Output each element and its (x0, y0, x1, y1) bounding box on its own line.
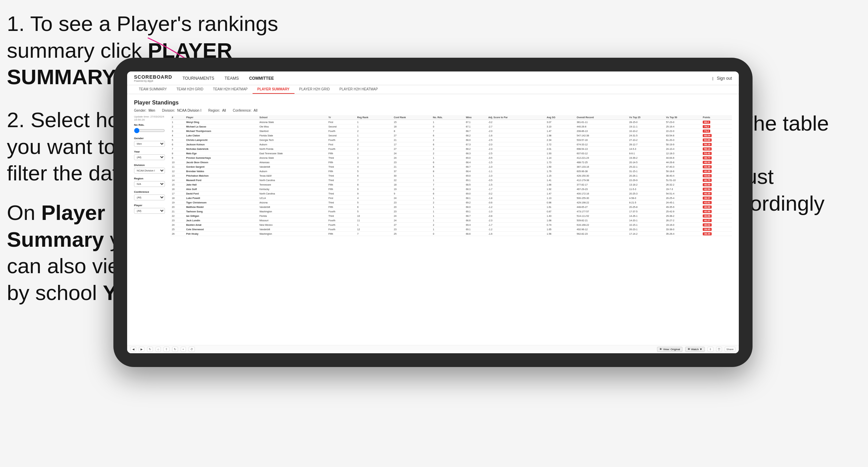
points-cell: 40.36 (701, 169, 732, 174)
table-row: 15Jake HallTennesseeFifth818768.5-1.51.6… (170, 182, 732, 187)
filter-region: Region: All (208, 109, 226, 112)
table-row: 23Jack LundinMissouriFourth1124168.6-2.3… (170, 218, 732, 223)
table-row: 17David FordNorth CarolinaThird99669.0-0… (170, 191, 732, 196)
table-row: 9Preston SummerhaysArizona StateThird324… (170, 156, 732, 160)
sidebar-gender-label: Gender (134, 137, 165, 140)
sidebar-region-label: Region (134, 177, 165, 180)
toolbar-forward[interactable]: ▶ (139, 347, 144, 352)
nav-committee[interactable]: COMMITTEE (249, 75, 274, 82)
col-avg-sg: Avg SG (545, 115, 575, 120)
col-rank: # (170, 115, 185, 120)
sub-nav-player-h2h-heatmap[interactable]: PLAYER H2H HEATMAP (335, 85, 383, 94)
no-rds-slider[interactable] (134, 128, 165, 133)
table-area: # Player School Yr Reg Rank Conf Rank No… (170, 115, 732, 340)
toolbar-share-small[interactable]: ⇧ (164, 347, 169, 352)
no-rds-label: No Rds. (134, 123, 165, 126)
points-cell: 40.68 (701, 214, 732, 218)
table-row: 13Phichaksn MaichonTexas A&MThird630169.… (170, 174, 732, 178)
points-cell: 73.2 (701, 129, 732, 133)
sidebar-conference: Conference (All) (134, 190, 165, 200)
points-cell: 68.04 (701, 133, 732, 138)
logo-area: SCOREBOARD Powered by dippit (134, 74, 172, 82)
table-row: 26Petr HrubyWashingtonFifth725068.6-1.61… (170, 232, 732, 236)
table-row: 24Bastien AmatNew MexicoFourth127269.4-1… (170, 223, 732, 227)
sub-nav-team-summary[interactable]: TEAM SUMMARY (134, 85, 172, 94)
points-cell: 43.83 (701, 174, 732, 178)
gender-label: Gender: (134, 109, 146, 112)
view-label: View: Original (663, 348, 680, 351)
col-no-rds: No. Rds. (432, 115, 465, 120)
points-cell: 38.45 (701, 232, 732, 236)
step2-line3: filter the data (7, 161, 130, 185)
col-record: Overall Record (575, 115, 628, 120)
table-row: 14Maxwell FordNorth CarolinaThird722169.… (170, 178, 732, 182)
nav-signout[interactable]: Sign out (717, 75, 732, 82)
points-cell: 40.55 (701, 182, 732, 187)
toolbar-back[interactable]: ◀ (131, 347, 136, 352)
sidebar-player-label: Player (134, 204, 165, 207)
sidebar-year-select[interactable]: (All) (134, 154, 165, 160)
table-row: 6Jackson KoivunAuburnFirst217667.3-2.02.… (170, 142, 732, 147)
col-adj: Adj. Score to Par (487, 115, 545, 120)
col-wins: Wins (465, 115, 487, 120)
sidebar-gender: Gender Men (134, 137, 165, 147)
nav-links: TOURNAMENTS TEAMS COMMITTEE (182, 75, 712, 82)
nav-right: | Sign out (712, 75, 732, 82)
sidebar-division: Division NCAA Division I (134, 164, 165, 174)
sub-nav-team-h2h-grid[interactable]: TEAM H2H GRID (172, 85, 208, 94)
conference-label: Conference: (233, 109, 252, 112)
sub-nav-player-h2h-grid[interactable]: PLAYER H2H GRID (294, 85, 335, 94)
toolbar-refresh2[interactable]: ↻ (172, 347, 178, 352)
table-row: 8Mats EgeEast Tennessee StateFifth124268… (170, 151, 732, 156)
toolbar-home[interactable]: ⌂ (156, 347, 161, 352)
toolbar-clock[interactable]: ⏱ (189, 347, 195, 352)
table-row: 11Gordon SargentVanderbiltThird421868.7-… (170, 165, 732, 169)
sidebar-player: Player (All) (134, 204, 165, 214)
points-cell: 40.98 (701, 205, 732, 209)
sub-nav: TEAM SUMMARY TEAM H2H GRID TEAM H2H HEAT… (127, 85, 739, 94)
points-cell: 48.77 (701, 156, 732, 160)
toolbar-view[interactable]: 👁 View: Original (657, 347, 682, 352)
toolbar-plus[interactable]: + (181, 347, 186, 352)
col-player: Player (185, 115, 258, 120)
table-row: 19Tiger ChristensenArizonaThird523269.2-… (170, 200, 732, 205)
sub-nav-player-summary[interactable]: PLAYER SUMMARY (253, 85, 294, 94)
toolbar-reload[interactable]: ↻ (147, 347, 153, 352)
sidebar-conference-select[interactable]: (All) (134, 194, 165, 200)
sidebar-division-select[interactable]: NCAA Division I (134, 168, 165, 174)
sidebar-region: Region N/A (134, 177, 165, 187)
sidebar-region-select[interactable]: N/A (134, 181, 165, 187)
table-scroll[interactable]: # Player School Yr Reg Rank Conf Rank No… (170, 115, 732, 340)
filter-row: Gender: Men Division: NCAA Division I Re… (134, 109, 732, 112)
table-row: 1Wenyi DingArizona StateFirst115167.1-3.… (170, 120, 732, 124)
points-cell: 48.92 (701, 160, 732, 165)
sidebar-conference-label: Conference (134, 190, 165, 193)
col-school: School (258, 115, 327, 120)
bottom-prefix: On (7, 201, 41, 224)
division-value: NCAA Division I (177, 109, 201, 112)
region-label: Region: (208, 109, 220, 112)
sub-nav-team-h2h-heatmap[interactable]: TEAM H2H HEATMAP (208, 85, 253, 94)
table-header-row: # Player School Yr Reg Rank Conf Rank No… (170, 115, 732, 120)
toolbar-grid[interactable]: ☷ (716, 347, 722, 352)
col-yr: Yr (327, 115, 356, 120)
toolbar-watch[interactable]: 👁 Watch ▼ (685, 347, 705, 352)
sidebar-year-label: Year (134, 150, 165, 153)
toolbar-download[interactable]: ⇩ (708, 347, 713, 352)
table-row: 21Taehoon SongWashingtonFourth523169.1-1… (170, 209, 732, 214)
points-cell: 88.2 (701, 120, 732, 124)
table-row: 20Matthew RiedelVanderbiltFifth620168.0-… (170, 205, 732, 209)
points-cell: 58.14 (701, 147, 732, 151)
standings-title: Player Standings (134, 100, 732, 106)
points-cell: 38.37 (701, 196, 732, 200)
points-cell: 39.95 (701, 227, 732, 232)
nav-teams[interactable]: TEAMS (225, 75, 239, 82)
points-cell: 43.81 (701, 200, 732, 205)
sidebar-player-select[interactable]: (All) (134, 208, 165, 214)
points-cell: 60.89 (701, 138, 732, 142)
step1-text: 1. To see a Player's rankings summary cl… (7, 12, 278, 62)
filter-gender: Gender: Men (134, 109, 155, 112)
nav-tournaments[interactable]: TOURNAMENTS (182, 75, 214, 82)
toolbar-share[interactable]: Share (725, 347, 735, 352)
sidebar-gender-select[interactable]: Men (134, 141, 165, 147)
